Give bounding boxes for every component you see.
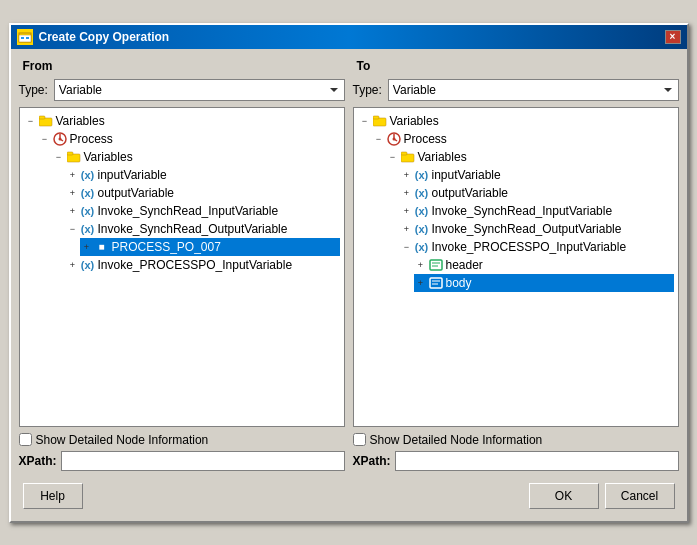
dialog-body: From Type: Variable − Variables bbox=[11, 49, 687, 521]
to-tree-invoke-synchread-input[interactable]: + (x) Invoke_SynchRead_InputVariable bbox=[400, 202, 674, 220]
element-icon bbox=[428, 275, 444, 291]
to-tree-body[interactable]: + body bbox=[414, 274, 674, 292]
panels-row: From Type: Variable − Variables bbox=[19, 57, 679, 471]
node-label: inputVariable bbox=[98, 168, 167, 182]
variable-icon: (x) bbox=[414, 239, 430, 255]
to-tree-header[interactable]: + header bbox=[414, 256, 674, 274]
node-label: inputVariable bbox=[432, 168, 501, 182]
element-icon: ■ bbox=[94, 239, 110, 255]
node-label: body bbox=[446, 276, 472, 290]
expand-icon[interactable]: + bbox=[80, 240, 94, 254]
to-tree-container[interactable]: − Variables − Process bbox=[353, 107, 679, 427]
svg-rect-19 bbox=[401, 152, 407, 155]
node-label: Variables bbox=[56, 114, 105, 128]
node-label: Invoke_PROCESSPO_InputVariable bbox=[432, 240, 627, 254]
from-show-detailed-label: Show Detailed Node Information bbox=[36, 433, 209, 447]
btn-group-right: OK Cancel bbox=[529, 483, 675, 509]
expand-icon[interactable]: + bbox=[414, 276, 428, 290]
from-xpath-input[interactable] bbox=[61, 451, 345, 471]
from-tree-variables-root[interactable]: − Variables bbox=[24, 112, 340, 130]
to-tree-invoke-synchread-output[interactable]: + (x) Invoke_SynchRead_OutputVariable bbox=[400, 220, 674, 238]
node-label: header bbox=[446, 258, 483, 272]
to-type-select[interactable]: Variable bbox=[388, 79, 679, 101]
expand-icon[interactable]: − bbox=[24, 114, 38, 128]
from-tree-process[interactable]: − Process bbox=[38, 130, 340, 148]
svg-rect-23 bbox=[430, 278, 442, 288]
to-tree-inputVariable[interactable]: + (x) inputVariable bbox=[400, 166, 674, 184]
to-show-detailed-row: Show Detailed Node Information bbox=[353, 433, 679, 447]
to-tree-outputVariable[interactable]: + (x) outputVariable bbox=[400, 184, 674, 202]
to-tree-process[interactable]: − Process bbox=[372, 130, 674, 148]
variable-icon: (x) bbox=[80, 257, 96, 273]
expand-icon[interactable]: + bbox=[400, 186, 414, 200]
from-show-detailed-row: Show Detailed Node Information bbox=[19, 433, 345, 447]
close-button[interactable]: × bbox=[665, 30, 681, 44]
to-tree-invoke-processpo-input[interactable]: − (x) Invoke_PROCESSPO_InputVariable bbox=[400, 238, 674, 256]
svg-point-17 bbox=[392, 137, 395, 140]
from-panel: From Type: Variable − Variables bbox=[19, 57, 345, 471]
svg-rect-1 bbox=[19, 35, 31, 42]
expand-icon[interactable]: + bbox=[414, 258, 428, 272]
expand-icon[interactable]: − bbox=[358, 114, 372, 128]
expand-icon[interactable]: + bbox=[400, 204, 414, 218]
expand-icon[interactable]: + bbox=[66, 168, 80, 182]
bottom-row: Help OK Cancel bbox=[19, 477, 679, 513]
create-copy-operation-dialog: Create Copy Operation × From Type: Varia… bbox=[9, 23, 689, 523]
dialog-title: Create Copy Operation bbox=[39, 30, 170, 44]
variable-icon: (x) bbox=[80, 167, 96, 183]
node-label: Invoke_SynchRead_OutputVariable bbox=[432, 222, 622, 236]
node-label: Variables bbox=[390, 114, 439, 128]
folder-icon bbox=[66, 149, 82, 165]
expand-icon[interactable]: + bbox=[66, 258, 80, 272]
from-type-label: Type: bbox=[19, 83, 48, 97]
node-label: Invoke_SynchRead_InputVariable bbox=[432, 204, 613, 218]
from-tree-container[interactable]: − Variables − Process bbox=[19, 107, 345, 427]
expand-icon[interactable]: − bbox=[66, 222, 80, 236]
to-xpath-row: XPath: bbox=[353, 451, 679, 471]
to-show-detailed-label: Show Detailed Node Information bbox=[370, 433, 543, 447]
variable-icon: (x) bbox=[80, 185, 96, 201]
expand-icon[interactable]: − bbox=[372, 132, 386, 146]
expand-icon[interactable]: − bbox=[386, 150, 400, 164]
from-tree-invoke-synchread-output[interactable]: − (x) Invoke_SynchRead_OutputVariable bbox=[66, 220, 340, 238]
from-tree-process-po-007[interactable]: + ■ PROCESS_PO_007 bbox=[80, 238, 340, 256]
expand-icon[interactable]: + bbox=[400, 168, 414, 182]
expand-icon[interactable]: + bbox=[400, 222, 414, 236]
svg-rect-3 bbox=[26, 37, 29, 39]
expand-icon[interactable]: + bbox=[66, 204, 80, 218]
from-tree-outputVariable[interactable]: + (x) outputVariable bbox=[66, 184, 340, 202]
to-show-detailed-checkbox[interactable] bbox=[353, 433, 366, 446]
svg-rect-13 bbox=[373, 116, 379, 119]
element-icon bbox=[428, 257, 444, 273]
node-label: Invoke_PROCESSPO_InputVariable bbox=[98, 258, 293, 272]
to-tree-variables-sub[interactable]: − Variables bbox=[386, 148, 674, 166]
from-tree-inputVariable[interactable]: + (x) inputVariable bbox=[66, 166, 340, 184]
expand-icon[interactable]: + bbox=[66, 186, 80, 200]
help-button[interactable]: Help bbox=[23, 483, 83, 509]
process-icon bbox=[52, 131, 68, 147]
variable-icon: (x) bbox=[80, 203, 96, 219]
to-tree-variables-root[interactable]: − Variables bbox=[358, 112, 674, 130]
expand-icon[interactable]: − bbox=[400, 240, 414, 254]
process-icon bbox=[386, 131, 402, 147]
from-type-row: Type: Variable bbox=[19, 79, 345, 101]
node-label: Invoke_SynchRead_InputVariable bbox=[98, 204, 279, 218]
node-label: Invoke_SynchRead_OutputVariable bbox=[98, 222, 288, 236]
folder-icon bbox=[38, 113, 54, 129]
node-label: Process bbox=[70, 132, 113, 146]
from-panel-title: From bbox=[19, 57, 345, 75]
cancel-button[interactable]: Cancel bbox=[605, 483, 675, 509]
node-label: PROCESS_PO_007 bbox=[112, 240, 221, 254]
svg-point-9 bbox=[58, 137, 61, 140]
expand-icon[interactable]: − bbox=[38, 132, 52, 146]
expand-icon[interactable]: − bbox=[52, 150, 66, 164]
from-tree-invoke-processpo-input[interactable]: + (x) Invoke_PROCESSPO_InputVariable bbox=[66, 256, 340, 274]
to-xpath-input[interactable] bbox=[395, 451, 679, 471]
node-label: Process bbox=[404, 132, 447, 146]
to-xpath-label: XPath: bbox=[353, 454, 391, 468]
from-tree-invoke-synchread-input[interactable]: + (x) Invoke_SynchRead_InputVariable bbox=[66, 202, 340, 220]
from-tree-variables-sub[interactable]: − Variables bbox=[52, 148, 340, 166]
from-show-detailed-checkbox[interactable] bbox=[19, 433, 32, 446]
ok-button[interactable]: OK bbox=[529, 483, 599, 509]
from-type-select[interactable]: Variable bbox=[54, 79, 345, 101]
